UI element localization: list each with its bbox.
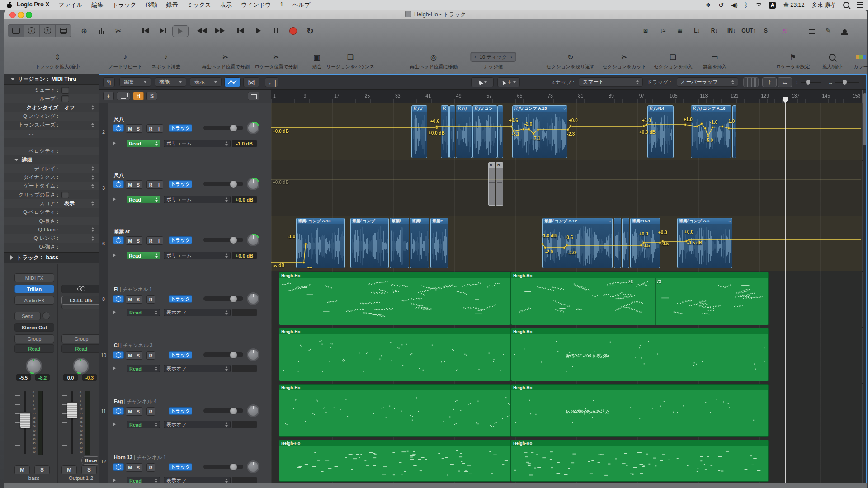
list-editors-button[interactable] [805,25,819,36]
track-name[interactable]: Horn 13 | チャンネル 1 [114,454,166,461]
loop-icon[interactable]: ○ [563,107,566,111]
track-mute-button[interactable]: M [126,408,134,415]
menu-8[interactable]: ウインドウ [236,1,276,9]
window-title-bar[interactable]: Heigh-Ho - トラック [4,10,867,19]
track-lane[interactable]: RR+0.0 dB [271,160,862,216]
track-mute-button[interactable]: M [126,352,134,359]
strip-solo-button-1[interactable]: S [34,465,50,474]
automation-mode-dropdown[interactable]: Read [127,196,160,203]
menu-clock[interactable]: 金 23:12 [783,1,804,9]
fader-thumb-2[interactable] [67,402,78,418]
track-lane[interactable]: 篳篥/ コンプ A.13篳篥/ コンプ篳篥/篳篥/篳篥#篳篥/ コンプ A.12… [271,216,862,271]
note-pads-button[interactable]: ✎ [821,25,835,36]
audio-region[interactable]: 篳篥#15.1 [630,218,660,268]
track-name[interactable]: 篳篥 at [114,228,130,235]
midi-region[interactable]: Heigh-Ho [511,384,769,437]
menu-6[interactable]: ミックス [183,1,216,9]
toolbar-join-button[interactable]: ▣結合 [312,52,322,70]
track-lane[interactable]: Heigh-HoHeigh-Ho [271,383,862,439]
strip-solo-button-2[interactable]: S [81,465,97,474]
record-enable-button[interactable]: R [147,408,155,415]
go-to-beginning-button[interactable] [138,25,153,36]
automation-parameter-dropdown[interactable]: ボリューム [164,196,231,203]
record-enable-button[interactable]: R [147,125,155,132]
row-checkbox[interactable] [61,95,69,102]
menu-表示[interactable]: 表示 [190,77,222,87]
toolbar-cutsection-button[interactable]: ✂セクションをカット [603,52,646,70]
bounce-button[interactable]: Bnce [81,456,99,465]
menu-app[interactable]: Logic Pro X [12,1,54,9]
automation-value-box[interactable] [232,309,257,316]
toolbar-color-button[interactable]: カラー [854,52,868,70]
midi-region[interactable]: Heigh-Ho [279,384,511,437]
musical-typing-button[interactable]: ▦ [673,25,687,36]
inspector-row-16[interactable]: Q-Flam : [4,225,99,234]
solo-tracks-button[interactable]: S [146,92,157,100]
disclosure-arrow-icon[interactable] [113,197,116,201]
disclosure-arrow-icon[interactable] [113,422,116,426]
track-lane[interactable]: Heigh-HoHeigh-Ho [271,327,862,383]
muted-region[interactable]: R [488,162,495,206]
input-source-icon[interactable]: A [769,2,776,9]
audio-region[interactable]: 尺八#14 [647,105,674,158]
inspector-row-14[interactable]: Q-ベロシティ : [4,208,99,216]
automation-value-box[interactable] [232,477,257,483]
region-view-button[interactable] [248,92,259,100]
hide-tracks-button[interactable]: H [133,92,144,100]
audio-region[interactable] [497,105,503,158]
volume-slider[interactable] [203,465,243,469]
row-stepper-icon[interactable] [91,227,94,232]
record-enable-button[interactable]: R [147,237,155,244]
vertical-scrollbar[interactable] [863,90,867,483]
track-name[interactable]: Fag | チャンネル 4 [114,398,156,405]
track-header[interactable]: Horn 13 | チャンネル 1MSRトラックRead表示オフ [108,439,271,483]
midi-region[interactable]: Heigh-Ho [511,328,769,381]
bluetooth-icon[interactable]: ᛒ [744,1,748,9]
audio-region[interactable]: 尺八/ コンプ A.16 [691,105,731,158]
automation-value-box[interactable]: +0.0 dB [232,196,257,203]
track-number[interactable]: 12 [99,439,108,483]
menu-2[interactable]: 編集 [87,1,108,9]
toolbar-insertsection-button[interactable]: ❏セクションを挿入 [654,52,692,70]
loop-icon[interactable]: ○ [728,219,731,223]
discard-recording-button[interactable]: ⊠ [638,25,653,36]
track-mute-button[interactable]: M [126,181,134,188]
forward-button[interactable] [212,25,227,36]
strip-insert-1-2[interactable]: Audio FX [14,296,54,305]
disclosure-triangle-icon[interactable] [10,78,15,80]
track-solo-button[interactable]: S [134,464,142,471]
track-header[interactable]: Cl | チャンネル 3MSRトラックRead表示オフ [108,327,271,383]
disclosure-triangle-icon[interactable] [14,159,18,161]
track-header[interactable]: Fl | チャンネル 1MSRトラックRead表示オフ [108,271,271,327]
strip-insert-1-1[interactable]: Trilian [14,285,54,293]
strip-insert-1-3[interactable]: Send [14,312,41,320]
inspector-row-7[interactable]: ベロシティ : [4,147,99,155]
inspector-row-9[interactable]: ディレイ : [4,164,99,173]
pan-knob[interactable] [247,178,259,190]
toolbar-moveplayhead-button[interactable]: ◎再生ヘッド位置に移動 [410,52,458,70]
strip-value-1-2[interactable]: 0.0 [63,374,78,381]
play-button[interactable] [251,25,266,36]
track-mute-button[interactable]: M [126,296,134,303]
inspector-row-11[interactable]: ゲートタイム : [4,182,99,190]
track-on-button[interactable] [113,407,124,415]
midi-region[interactable]: Heigh-Ho7673 [511,272,769,325]
region-inspector-header[interactable]: リージョン : MIDI Thru [4,74,99,85]
menu-10[interactable]: ヘルプ [288,1,315,9]
disclosure-arrow-icon[interactable] [113,310,116,314]
midi-region[interactable]: Heigh-Ho [511,440,769,482]
menu-編集[interactable]: 編集 [119,77,151,87]
list-editors-toggle[interactable] [56,25,71,37]
inspector-row-5[interactable]: - - [4,130,99,138]
track-button[interactable]: トラック [169,180,192,188]
menu-7[interactable]: 表示 [216,1,236,9]
preview-play-button[interactable] [172,25,189,37]
audio-region[interactable]: 篳篥/ コンプ [350,218,389,268]
track-on-button[interactable] [113,463,124,471]
menu-9[interactable]: 1 [275,1,288,9]
row-stepper-icon[interactable] [91,184,94,188]
track-on-button[interactable] [113,180,124,188]
track-on-button[interactable] [113,236,124,244]
row-checkbox[interactable] [61,87,69,94]
record-button[interactable] [285,25,301,36]
